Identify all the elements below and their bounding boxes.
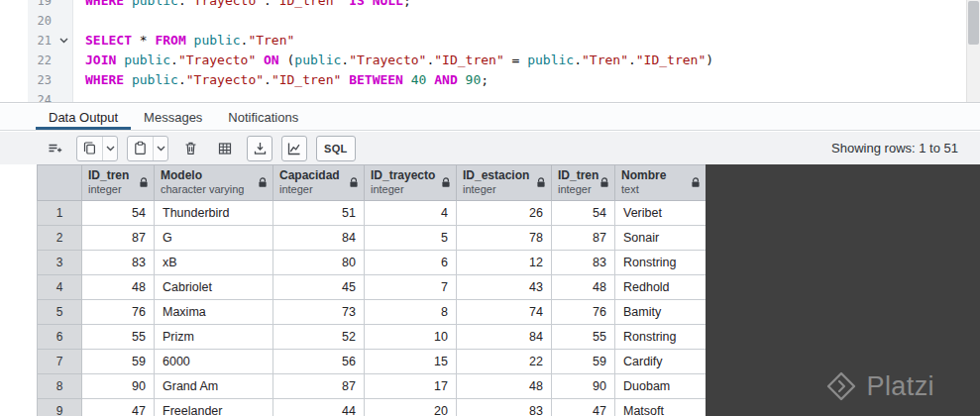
- cell[interactable]: 17: [365, 374, 457, 399]
- cell[interactable]: 22: [457, 350, 552, 374]
- cell[interactable]: 87: [552, 226, 615, 251]
- cell[interactable]: 26: [457, 201, 552, 226]
- row-number[interactable]: 3: [38, 251, 82, 275]
- cell[interactable]: 59: [82, 350, 155, 374]
- cell[interactable]: Sonair: [615, 226, 707, 251]
- cell[interactable]: Grand Am: [155, 374, 273, 399]
- tab-messages[interactable]: Messages: [131, 104, 215, 130]
- tab-notifications[interactable]: Notifications: [215, 104, 311, 130]
- sql-button[interactable]: SQL: [316, 136, 356, 161]
- row-number[interactable]: 2: [38, 226, 82, 251]
- cell[interactable]: 52: [273, 325, 365, 350]
- cell[interactable]: 10: [365, 325, 457, 350]
- cell[interactable]: 47: [82, 399, 155, 416]
- cell[interactable]: Thunderbird: [155, 201, 273, 226]
- column-header-ID_tren[interactable]: ID_treninteger: [82, 165, 155, 201]
- copy-options-dropdown[interactable]: [102, 137, 117, 160]
- cell[interactable]: 83: [552, 251, 615, 275]
- code-line[interactable]: SELECT * FROM public."Tren": [73, 31, 294, 51]
- code-line[interactable]: JOIN public."Trayecto" ON (public."Traye…: [73, 51, 713, 70]
- row-number[interactable]: 4: [38, 275, 82, 300]
- cell[interactable]: 7: [365, 275, 457, 300]
- cell[interactable]: 83: [457, 399, 552, 416]
- cell[interactable]: xB: [155, 251, 273, 275]
- code-line[interactable]: WHERE public."Trayecto"."ID_tren" IS NUL…: [73, 0, 411, 11]
- cell[interactable]: 8: [365, 300, 457, 325]
- cell[interactable]: 48: [552, 275, 615, 300]
- editor-vertical-scrollbar[interactable]: [966, 0, 980, 103]
- code-line[interactable]: [73, 90, 85, 103]
- code-line[interactable]: WHERE public."Trayecto"."ID_tren" BETWEE…: [73, 70, 489, 90]
- cell[interactable]: Duobam: [615, 374, 707, 399]
- cell[interactable]: 6000: [155, 350, 273, 374]
- code-line[interactable]: [73, 11, 85, 31]
- row-number[interactable]: 7: [38, 350, 82, 374]
- cell[interactable]: 20: [365, 399, 457, 416]
- paste-split-button[interactable]: [127, 136, 168, 161]
- paste-button[interactable]: [128, 137, 153, 160]
- cell[interactable]: 84: [457, 325, 552, 350]
- cell[interactable]: 76: [552, 300, 615, 325]
- cell[interactable]: Bamity: [615, 300, 707, 325]
- cell[interactable]: 76: [82, 300, 155, 325]
- cell[interactable]: 15: [365, 350, 457, 374]
- cell[interactable]: 4: [365, 201, 457, 226]
- cell[interactable]: 55: [82, 325, 155, 350]
- cell[interactable]: 48: [82, 275, 155, 300]
- cell[interactable]: 48: [457, 374, 552, 399]
- cell[interactable]: Freelander: [155, 399, 273, 416]
- save-data-changes-button[interactable]: [212, 136, 238, 161]
- row-number[interactable]: 9: [38, 399, 82, 416]
- cell[interactable]: Ronstring: [615, 325, 707, 350]
- delete-row-button[interactable]: [177, 136, 203, 161]
- cell[interactable]: 90: [552, 374, 615, 399]
- row-number[interactable]: 8: [38, 374, 82, 399]
- cell[interactable]: Matsoft: [615, 399, 707, 416]
- row-number[interactable]: 5: [38, 300, 82, 325]
- cell[interactable]: 74: [457, 300, 552, 325]
- copy-button[interactable]: [77, 137, 102, 160]
- cell[interactable]: Maxima: [155, 300, 273, 325]
- cell[interactable]: 51: [273, 201, 365, 226]
- cell[interactable]: 83: [82, 251, 155, 275]
- cell[interactable]: 78: [457, 226, 552, 251]
- cell[interactable]: 90: [82, 374, 155, 399]
- cell[interactable]: 54: [82, 201, 155, 226]
- cell[interactable]: 80: [273, 251, 365, 275]
- fold-toggle-icon[interactable]: [55, 31, 73, 51]
- cell[interactable]: 6: [365, 251, 457, 275]
- cell[interactable]: 45: [273, 275, 365, 300]
- cell[interactable]: 59: [552, 350, 615, 374]
- column-header-Capacidad[interactable]: Capacidadinteger: [273, 165, 365, 201]
- cell[interactable]: 73: [273, 300, 365, 325]
- save-results-to-file-button[interactable]: [247, 136, 272, 161]
- select-all-corner[interactable]: [38, 165, 82, 201]
- cell[interactable]: 44: [273, 399, 365, 416]
- cell[interactable]: G: [155, 226, 273, 251]
- row-number[interactable]: 1: [38, 201, 82, 226]
- scrollbar-thumb[interactable]: [968, 1, 979, 45]
- cell[interactable]: 87: [82, 226, 155, 251]
- copy-split-button[interactable]: [76, 136, 118, 161]
- column-header-ID_tren[interactable]: ID_treninteger: [552, 165, 615, 201]
- cell[interactable]: 56: [273, 350, 365, 374]
- cell[interactable]: 54: [552, 201, 615, 226]
- cell[interactable]: 12: [457, 251, 552, 275]
- column-header-ID_trayecto[interactable]: ID_trayectointeger: [365, 165, 457, 201]
- cell[interactable]: 43: [457, 275, 552, 300]
- cell[interactable]: Prizm: [155, 325, 273, 350]
- cell[interactable]: Ronstring: [615, 251, 707, 275]
- tab-data-output[interactable]: Data Output: [36, 104, 131, 130]
- add-row-button[interactable]: [42, 136, 67, 161]
- cell[interactable]: Veribet: [615, 201, 707, 226]
- results-grid-container[interactable]: ID_trenintegerModelocharacter varyingCap…: [37, 164, 707, 416]
- cell[interactable]: 87: [273, 374, 365, 399]
- cell[interactable]: 47: [552, 399, 615, 416]
- cell[interactable]: Cardify: [615, 350, 707, 374]
- sql-editor[interactable]: 19WHERE public."Trayecto"."ID_tren" IS N…: [0, 0, 980, 103]
- cell[interactable]: Redhold: [615, 275, 707, 300]
- column-header-ID_estacion[interactable]: ID_estacioninteger: [457, 165, 552, 201]
- cell[interactable]: 84: [273, 226, 365, 251]
- graph-visualiser-button[interactable]: [281, 136, 307, 161]
- column-header-Modelo[interactable]: Modelocharacter varying: [155, 165, 273, 201]
